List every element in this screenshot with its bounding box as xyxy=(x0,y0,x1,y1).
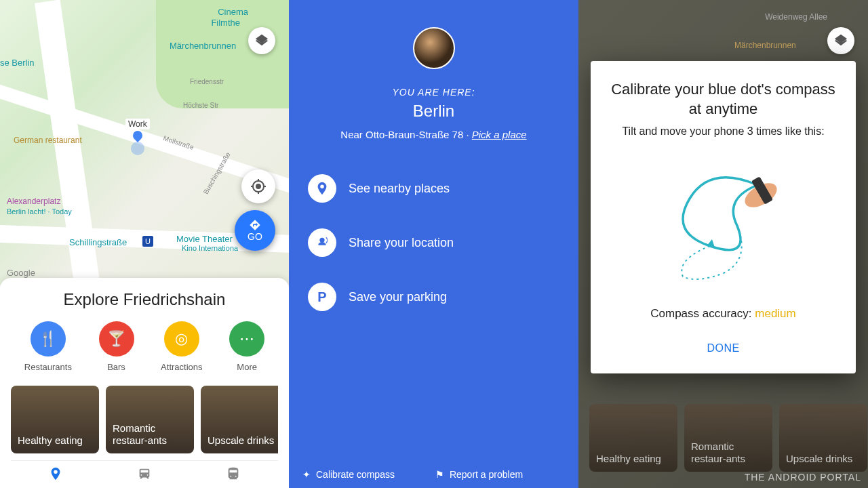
category-restaurants[interactable]: 🍴Restaurants xyxy=(24,321,72,372)
card-romantic[interactable]: Romantic restaur-ants xyxy=(106,386,194,453)
locate-button[interactable] xyxy=(241,169,275,203)
category-row: 🍴Restaurants 🍸Bars ◎Attractions ⋯More xyxy=(11,321,278,372)
bg-allee: Weidenweg Allee xyxy=(765,12,827,22)
poi-seberlin: se Berlin xyxy=(0,58,35,68)
share-location-button[interactable]: Share your location xyxy=(308,228,559,257)
panel-calibrate: Märchenbrunnen Weidenweg Allee Healthy e… xyxy=(578,0,868,488)
map-canvas[interactable]: Cinema Filmthe Märchenbrunnen Friedensst… xyxy=(0,0,289,285)
dialog-instruction: Tilt and move your phone 3 times like th… xyxy=(622,125,824,138)
poi-cinema: Cinema xyxy=(218,7,248,17)
work-location-pin[interactable]: Work xyxy=(125,119,150,155)
save-parking-button[interactable]: P Save your parking xyxy=(308,283,559,311)
figure8-gesture xyxy=(656,158,791,287)
nav-explore-icon[interactable] xyxy=(48,466,63,484)
poi-hochste: Höchste Str xyxy=(183,102,218,109)
card-healthy-eating: Healthy eating xyxy=(589,404,677,472)
city-name: Berlin xyxy=(413,102,454,121)
layers-button[interactable] xyxy=(248,27,275,54)
directions-icon xyxy=(249,219,261,231)
explore-sheet[interactable]: Explore Friedrichshain 🍴Restaurants 🍸Bar… xyxy=(0,278,289,488)
poi-marchen: Märchenbrunnen xyxy=(170,41,236,51)
crosshair-icon xyxy=(250,178,267,195)
accuracy-value: medium xyxy=(755,307,795,320)
nav-transit-icon[interactable] xyxy=(226,466,241,484)
category-attractions[interactable]: ◎Attractions xyxy=(161,321,202,372)
more-icon: ⋯ xyxy=(229,321,264,357)
action-list: See nearby places Share your location P … xyxy=(289,174,578,337)
fork-knife-icon: 🍴 xyxy=(31,321,66,357)
see-nearby-button[interactable]: See nearby places xyxy=(308,174,559,203)
poi-kino: Kino Internationa xyxy=(182,244,238,252)
nav-commute-icon[interactable] xyxy=(137,466,152,484)
work-label: Work xyxy=(125,119,150,129)
calibrate-compass-button[interactable]: ✦ Calibrate compass xyxy=(302,469,395,480)
go-label: GO xyxy=(248,231,262,242)
category-more[interactable]: ⋯More xyxy=(229,321,264,372)
go-button[interactable]: GO xyxy=(235,210,275,251)
card-romantic: Romantic restaur-ants xyxy=(684,404,772,472)
share-icon xyxy=(308,228,336,257)
ubahn-icon: U xyxy=(142,236,153,247)
layers-icon xyxy=(254,33,269,48)
poi-restaurant: German restaurant xyxy=(14,136,82,145)
poi-schilling: Schillingstraße xyxy=(69,237,127,247)
watermark: THE ANDROID PORTAL xyxy=(745,472,861,483)
poi-alexanderplatz: Alexanderplatz xyxy=(7,197,60,206)
poi-alex-sub: Berlin lacht! · Today xyxy=(7,207,72,216)
poi-filmth: Filmthe xyxy=(211,18,240,28)
layers-button[interactable] xyxy=(827,27,854,54)
card-healthy-eating[interactable]: Healthy eating xyxy=(11,386,99,453)
done-button[interactable]: DONE xyxy=(696,337,750,360)
explore-cards[interactable]: Healthy eating Romantic restaur-ants Ups… xyxy=(11,386,278,453)
poi-movie: Movie Theater xyxy=(176,234,233,244)
calibrate-dialog: Calibrate your blue dot's compass at any… xyxy=(591,61,856,373)
cocktail-icon: 🍸 xyxy=(99,321,134,357)
panel-you-are-here: YOU ARE HERE: Berlin Near Otto-Braun-Str… xyxy=(289,0,578,488)
card-upscale: Upscale drinks xyxy=(779,404,867,472)
report-problem-button[interactable]: ⚑ Report a problem xyxy=(435,469,523,480)
pin-icon xyxy=(131,129,144,142)
bottom-nav xyxy=(11,460,278,484)
panel-map: Cinema Filmthe Märchenbrunnen Friedensst… xyxy=(0,0,289,488)
pin-icon xyxy=(308,174,336,203)
accuracy-line: Compass accuracy: medium xyxy=(650,307,795,321)
pick-a-place-link[interactable]: Pick a place xyxy=(472,129,527,140)
you-are-here-label: YOU ARE HERE: xyxy=(392,87,475,98)
location-dot xyxy=(131,142,144,155)
sheet-title: Explore Friedrichshain xyxy=(11,290,278,309)
dialog-title: Calibrate your blue dot's compass at any… xyxy=(607,80,840,119)
bg-cards: Healthy eating Romantic restaur-ants Ups… xyxy=(589,404,868,472)
avatar[interactable] xyxy=(413,27,455,69)
card-upscale[interactable]: Upscale drinks xyxy=(201,386,278,453)
category-bars[interactable]: 🍸Bars xyxy=(99,321,134,372)
near-address: Near Otto-Braun-Straße 78 · Pick a place xyxy=(340,129,526,140)
blue-footer: ✦ Calibrate compass ⚑ Report a problem xyxy=(289,461,578,488)
layers-icon xyxy=(833,33,848,48)
parking-icon: P xyxy=(308,283,336,311)
google-logo: Google xyxy=(7,268,35,278)
poi-friedens: Friedensstr xyxy=(190,78,224,85)
bg-marchen: Märchenbrunnen xyxy=(734,41,796,50)
camera-icon: ◎ xyxy=(164,321,199,357)
